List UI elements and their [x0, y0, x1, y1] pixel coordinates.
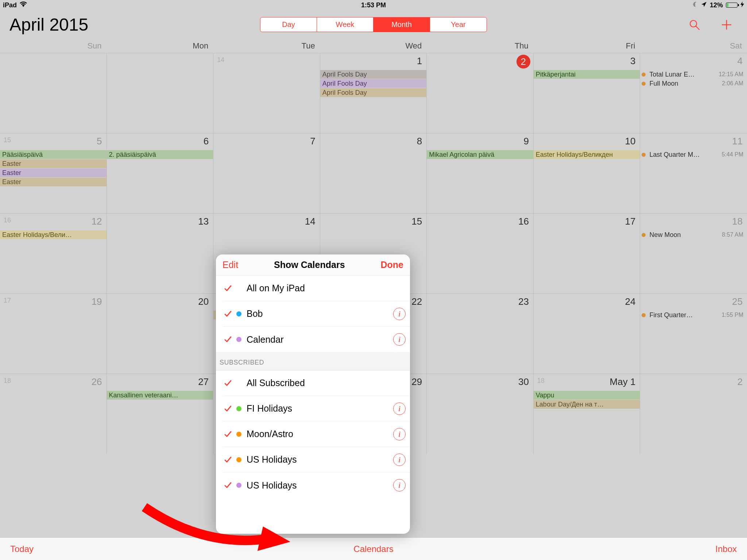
event[interactable]: Labour Day/Ден на т…	[534, 400, 640, 409]
day-cell[interactable]: 8	[320, 133, 427, 214]
dow-label: Wed	[320, 41, 427, 51]
event[interactable]: Pääsiäispäivä	[0, 150, 107, 159]
calendar-row[interactable]: FI Holidaysi	[222, 396, 410, 421]
day-cell[interactable]: 14	[213, 53, 320, 133]
popover-body[interactable]: All on My iPadBobiCalendariSUBSCRIBEDAll…	[216, 276, 410, 534]
event[interactable]: New Moon8:57 AM	[640, 230, 747, 239]
segment-year[interactable]: Year	[430, 18, 487, 32]
calendar-row[interactable]: All Subscribed	[222, 370, 410, 396]
day-of-week-row: SunMonTueWedThuFriSat	[0, 41, 747, 53]
event[interactable]: Easter Holidays/Великден	[534, 150, 640, 159]
day-cell[interactable]: 2	[427, 53, 534, 133]
inbox-button[interactable]: Inbox	[715, 544, 737, 554]
event[interactable]: April Fools Day	[320, 79, 427, 88]
day-cell[interactable]	[0, 53, 107, 133]
event[interactable]: April Fools Day	[320, 70, 427, 79]
info-icon[interactable]: i	[393, 428, 406, 440]
day-number: 14	[305, 216, 316, 227]
week-number: 15	[4, 136, 11, 144]
info-icon[interactable]: i	[393, 333, 406, 346]
dow-label: Sat	[640, 41, 747, 51]
day-number: 2	[516, 55, 530, 69]
segment-week[interactable]: Week	[317, 18, 374, 32]
event[interactable]: Easter	[0, 168, 107, 177]
event[interactable]: Full Moon2:06 AM	[640, 79, 747, 88]
day-cell[interactable]: 11Last Quarter M…5:44 PM	[640, 133, 747, 214]
day-number: 22	[411, 296, 422, 307]
checkmark-icon	[222, 335, 233, 343]
calendar-row[interactable]: Bobi	[222, 301, 410, 327]
calendar-color-dot	[236, 432, 241, 437]
calendars-button[interactable]: Calendars	[353, 544, 393, 554]
day-cell[interactable]: 16	[427, 214, 534, 294]
day-cell[interactable]: 1April Fools DayApril Fools DayApril Foo…	[320, 53, 427, 133]
event[interactable]: Easter	[0, 178, 107, 186]
calendar-name: Bob	[247, 308, 393, 319]
calendar-row[interactable]: All on My iPad	[222, 276, 410, 301]
event[interactable]: Vappu	[534, 391, 640, 400]
edit-button[interactable]: Edit	[222, 260, 238, 270]
search-icon[interactable]	[688, 18, 701, 31]
day-cell[interactable]: 13	[107, 214, 214, 294]
event[interactable]: Kansallinen veteraani…	[107, 391, 213, 400]
day-cell[interactable]: 24	[534, 294, 640, 374]
day-cell[interactable]: 18May 1VappuLabour Day/Ден на т…	[534, 374, 640, 454]
event[interactable]: Pitkäperjantai	[534, 70, 640, 79]
day-cell[interactable]: 155PääsiäispäiväEasterEasterEaster	[0, 133, 107, 214]
event-title: First Quarter…	[649, 311, 693, 319]
day-cell[interactable]: 1719	[0, 294, 107, 374]
day-cell[interactable]: 7	[213, 133, 320, 214]
calendar-row[interactable]: Moon/Astroi	[222, 421, 410, 447]
day-cell[interactable]: 3Pitkäperjantai	[534, 53, 640, 133]
segment-month[interactable]: Month	[374, 18, 430, 32]
day-cell[interactable]: 25First Quarter…1:55 PM	[640, 294, 747, 374]
day-cell[interactable]: 62. pääsiäispäivä	[107, 133, 214, 214]
event-time: 8:57 AM	[722, 231, 745, 239]
day-cell[interactable]: 1826	[0, 374, 107, 454]
dow-label: Tue	[213, 41, 320, 51]
day-cell[interactable]: 20	[107, 294, 214, 374]
app-header: April 2015 DayWeekMonthYear	[0, 10, 747, 41]
day-cell[interactable]	[107, 53, 214, 133]
day-number: 8	[417, 136, 422, 147]
day-cell[interactable]: 17	[534, 214, 640, 294]
week-number: 18	[537, 377, 545, 385]
info-icon[interactable]: i	[393, 308, 406, 320]
event[interactable]: Mikael Agricolan päivä	[427, 150, 533, 159]
info-icon[interactable]: i	[393, 454, 406, 466]
day-cell[interactable]: 10Easter Holidays/Великден	[534, 133, 640, 214]
calendar-row[interactable]: US Holidaysi	[222, 472, 410, 498]
event[interactable]: Easter	[0, 159, 107, 168]
calendar-row[interactable]: US Holidaysi	[222, 447, 410, 472]
view-segmented-control[interactable]: DayWeekMonthYear	[260, 17, 487, 32]
day-cell[interactable]: 9Mikael Agricolan päivä	[427, 133, 534, 214]
event[interactable]: Total Lunar E…12:15 AM	[640, 70, 747, 79]
event-time: 1:55 PM	[721, 311, 745, 319]
checkmark-icon	[222, 379, 233, 387]
day-cell[interactable]: 27Kansallinen veteraani…	[107, 374, 214, 454]
day-cell[interactable]: 1612Easter Holidays/Вели…	[0, 214, 107, 294]
calendar-row[interactable]: Calendari	[222, 327, 410, 352]
event[interactable]: First Quarter…1:55 PM	[640, 311, 747, 319]
today-button[interactable]: Today	[10, 544, 34, 554]
calendar-name: Moon/Astro	[247, 429, 393, 439]
segment-day[interactable]: Day	[260, 18, 317, 32]
day-number: 6	[204, 136, 209, 147]
event-dot-icon	[642, 313, 646, 317]
info-icon[interactable]: i	[393, 479, 406, 491]
day-cell[interactable]: 4Total Lunar E…12:15 AMFull Moon2:06 AM	[640, 53, 747, 133]
event[interactable]: 2. pääsiäispäivä	[107, 150, 213, 159]
day-cell[interactable]: 2	[640, 374, 747, 454]
day-cell[interactable]: 18New Moon8:57 AM	[640, 214, 747, 294]
day-number: 18	[732, 216, 743, 227]
event[interactable]: April Fools Day	[320, 88, 427, 97]
day-number: 12	[92, 216, 102, 227]
day-number: 30	[518, 376, 529, 388]
day-cell[interactable]: 30	[427, 374, 534, 454]
event[interactable]: Easter Holidays/Вели…	[0, 230, 107, 239]
plus-icon[interactable]	[720, 18, 733, 31]
event[interactable]: Last Quarter M…5:44 PM	[640, 150, 747, 159]
info-icon[interactable]: i	[393, 402, 406, 415]
day-cell[interactable]: 23	[427, 294, 534, 374]
done-button[interactable]: Done	[381, 260, 404, 270]
